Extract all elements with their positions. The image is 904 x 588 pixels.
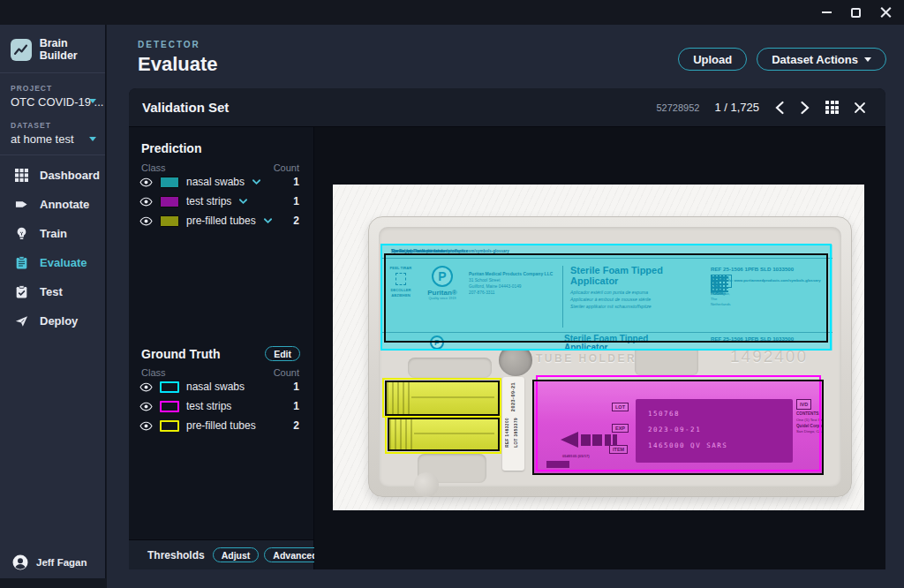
- tag-icon: [15, 198, 28, 211]
- send-icon: [15, 314, 28, 328]
- app-logo[interactable]: Brain Builder: [0, 25, 105, 72]
- sidebar-item-train[interactable]: Train: [0, 219, 105, 248]
- chevron-down-icon[interactable]: [263, 217, 273, 225]
- prediction-row-nasal-swabs: nasal swabs 1: [129, 173, 313, 191]
- tray-label-strip: 2023-09-21 REF 1463200 LOT 3653379: [502, 377, 524, 471]
- class-label: test strips: [186, 195, 231, 207]
- close-icon: [854, 102, 866, 114]
- clipboard-icon: [15, 256, 28, 269]
- sample-photo: TUBE HOLDER 1492400 Symbol Info: www.pur…: [333, 185, 864, 510]
- main-area: DETECTOR Evaluate Upload Dataset Actions…: [107, 25, 904, 588]
- sidebar-item-dashboard[interactable]: Dashboard: [0, 161, 105, 190]
- chevron-left-icon: [774, 101, 785, 115]
- sidebar-item-annotate[interactable]: Annotate: [0, 190, 105, 219]
- sidebar-item-evaluate[interactable]: Evaluate: [0, 248, 105, 277]
- tray-recess: [408, 358, 492, 378]
- eye-icon[interactable]: [139, 419, 153, 433]
- sidebar: Brain Builder PROJECT OTC COVID-19 ... D…: [0, 25, 106, 578]
- sidebar-item-label: Dashboard: [40, 169, 100, 182]
- user-name: Jeff Fagan: [36, 557, 87, 568]
- sidebar-menu: Dashboard Annotate Train Evaluate Test D…: [0, 161, 105, 335]
- ground-truth-row-nasal-swabs: nasal swabs 1: [129, 378, 313, 396]
- eye-icon[interactable]: [139, 176, 153, 189]
- annotations-sidebar: Prediction Class Count nasal swabs 1: [129, 127, 314, 569]
- prediction-box-test-strips[interactable]: [532, 380, 824, 475]
- chevron-right-icon: [800, 101, 810, 115]
- page-header: DETECTOR Evaluate Upload Dataset Actions: [107, 25, 904, 88]
- chevron-down-icon[interactable]: [89, 99, 96, 103]
- class-color-swatch: [160, 401, 179, 412]
- project-label: PROJECT: [11, 84, 94, 93]
- prediction-box-tube-2[interactable]: [388, 418, 500, 451]
- thresholds-bar: Thresholds Adjust Advanced: [129, 539, 313, 569]
- sidebar-item-test[interactable]: Test: [0, 277, 105, 306]
- prev-image-button[interactable]: [774, 101, 785, 115]
- eye-icon[interactable]: [139, 215, 153, 228]
- count-header: Count: [274, 162, 299, 173]
- panel-title: Validation Set: [142, 100, 229, 115]
- dataset-selector[interactable]: DATASET at home test: [0, 117, 105, 155]
- image-position: 1 / 1,725: [714, 101, 759, 114]
- maximize-icon[interactable]: [851, 8, 861, 18]
- class-label: pre-filled tubes: [186, 215, 256, 227]
- ground-truth-row-pre-filled-tubes: pre-filled tubes 2: [129, 417, 313, 434]
- app-name: Brain Builder: [40, 37, 105, 62]
- dataset-actions-label: Dataset Actions: [772, 53, 858, 66]
- grid-icon: [825, 101, 839, 114]
- app-window: Brain Builder PROJECT OTC COVID-19 ... D…: [0, 0, 904, 588]
- class-color-swatch: [160, 420, 179, 432]
- class-header: Class: [141, 367, 166, 378]
- dashboard-grid-icon: [15, 169, 28, 182]
- adjust-button-label: Adjust: [222, 550, 251, 561]
- class-count: 1: [293, 195, 299, 207]
- page-title: Evaluate: [138, 53, 218, 76]
- close-icon[interactable]: [880, 7, 892, 19]
- image-viewer[interactable]: TUBE HOLDER 1492400 Symbol Info: www.pur…: [314, 127, 885, 569]
- class-header: Class: [141, 162, 166, 173]
- sidebar-item-label: Test: [40, 285, 63, 298]
- sidebar-item-label: Deploy: [40, 314, 78, 328]
- class-count: 1: [293, 176, 299, 188]
- class-label: pre-filled tubes: [186, 419, 256, 432]
- label-ref: REF 1463200: [505, 418, 509, 448]
- prediction-box-tube-1[interactable]: [385, 381, 500, 416]
- chevron-down-icon[interactable]: [89, 137, 96, 141]
- edit-button-label: Edit: [274, 349, 291, 359]
- ground-truth-title: Ground Truth: [141, 347, 220, 361]
- grid-view-button[interactable]: [825, 101, 839, 114]
- upload-button[interactable]: Upload: [678, 48, 747, 71]
- class-label: test strips: [186, 400, 231, 412]
- validation-set-panel: Validation Set 52728952 1 / 1,725 Predic…: [129, 88, 885, 569]
- lightbulb-icon: [15, 227, 28, 240]
- eye-icon[interactable]: [139, 381, 153, 394]
- prediction-title: Prediction: [141, 141, 201, 155]
- panel-header: Validation Set 52728952 1 / 1,725: [129, 88, 885, 127]
- user-account[interactable]: Jeff Fagan: [12, 554, 87, 570]
- class-count: 2: [293, 215, 299, 227]
- dataset-actions-button[interactable]: Dataset Actions: [757, 48, 886, 71]
- eye-icon[interactable]: [139, 400, 153, 413]
- clipboard-check-icon: [15, 285, 28, 298]
- edit-ground-truth-button[interactable]: Edit: [265, 346, 300, 361]
- close-viewer-button[interactable]: [854, 102, 866, 114]
- sidebar-item-deploy[interactable]: Deploy: [0, 306, 105, 335]
- adjust-button[interactable]: Adjust: [213, 547, 260, 562]
- prediction-box-nasal-swabs[interactable]: [384, 253, 828, 343]
- upload-button-label: Upload: [693, 53, 732, 66]
- next-image-button[interactable]: [800, 101, 810, 115]
- chevron-down-icon[interactable]: [252, 178, 261, 186]
- sidebar-item-label: Train: [40, 227, 67, 240]
- class-color-swatch: [160, 177, 179, 188]
- project-value: OTC COVID-19 ...: [11, 95, 94, 109]
- label-date: 2023-09-21: [510, 382, 516, 411]
- minimize-icon[interactable]: [822, 11, 832, 13]
- window-titlebar: [0, 0, 904, 25]
- eye-icon[interactable]: [139, 195, 153, 208]
- sidebar-item-label: Evaluate: [40, 256, 87, 269]
- advanced-button-label: Advanced: [273, 550, 317, 561]
- project-selector[interactable]: PROJECT OTC COVID-19 ...: [0, 73, 105, 117]
- ground-truth-row-test-strips: test strips 1: [129, 397, 313, 415]
- class-label: nasal swabs: [186, 176, 245, 188]
- chevron-down-icon[interactable]: [238, 198, 248, 206]
- class-count: 1: [293, 400, 299, 412]
